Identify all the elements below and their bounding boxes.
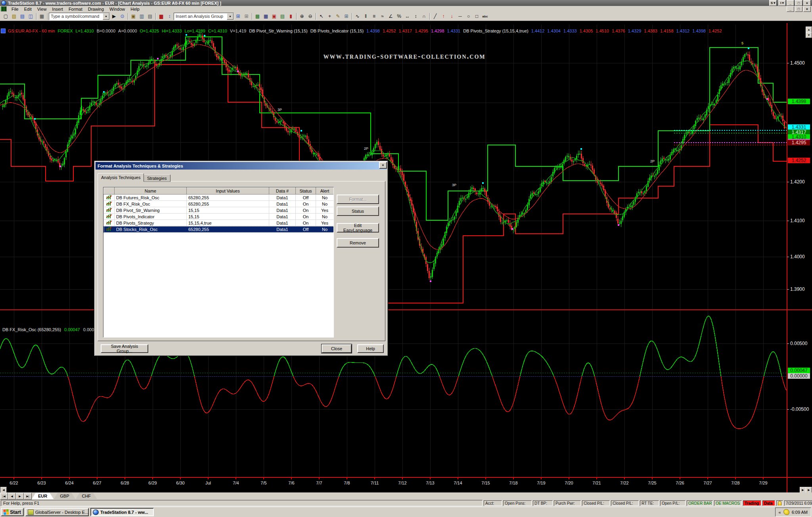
table-row[interactable]: DB Futures_Risk_Osc65280,255Data1OffNo (104, 195, 334, 201)
open-icon[interactable]: ▨ (10, 13, 18, 20)
angle-tool-icon[interactable]: ∠ (387, 13, 395, 20)
hscroll-end-button[interactable]: ▶ (806, 487, 812, 493)
child-close-button[interactable]: × (803, 6, 811, 12)
menu-drawing[interactable]: Drawing (85, 6, 107, 12)
window-report-icon[interactable]: ▣ (129, 13, 138, 20)
go-icon[interactable]: ▶ (110, 13, 118, 20)
chart-window-icon[interactable] (1, 6, 7, 11)
trend-tool-icon[interactable]: ≈ (378, 13, 387, 20)
menu-help[interactable]: Help (128, 6, 142, 12)
sheet-tab-chf[interactable]: CHF (75, 493, 97, 499)
chart-style-icon[interactable]: ▆ (157, 13, 165, 20)
dash-tool-icon[interactable]: ─ (456, 13, 464, 20)
up-arrow-icon[interactable]: ↑ (439, 13, 448, 20)
menu-window[interactable]: Window (107, 6, 128, 12)
ellipse-tool-icon[interactable]: ○ (464, 13, 473, 20)
help-button[interactable]: Help (357, 344, 384, 353)
tray-chevron-icon[interactable]: « (779, 510, 781, 515)
tab-analysis-techniques[interactable]: Analysis Techniques (98, 173, 144, 182)
task-tradestation[interactable]: TradeStation 8.7 - ww... (90, 508, 154, 516)
rect-tool-icon[interactable]: □ (473, 13, 481, 20)
last-sheet-button[interactable]: ▶| (24, 493, 32, 500)
new-icon[interactable]: ▢ (2, 13, 10, 20)
arc-tool-icon[interactable]: ∩ (420, 13, 428, 20)
save-analysis-group-button[interactable]: Save Analysis Group... (101, 344, 148, 353)
news-icon[interactable]: ▤ (278, 13, 287, 20)
analysis-techniques-list[interactable]: NameInput ValuesData #StatusAlertDB Futu… (103, 187, 334, 338)
arrows-tool-icon[interactable]: ↔ (403, 13, 412, 20)
down-arrow-icon[interactable]: ↓ (448, 13, 456, 20)
table-row[interactable]: DB Pivot_Str_Warning15,15Data1OnYes (104, 207, 334, 214)
save-all-icon[interactable]: ◫ (27, 13, 35, 20)
start-button[interactable]: Start (1, 508, 24, 516)
menu-view[interactable]: View (34, 6, 50, 12)
prev-sheet-button[interactable]: ◀ (8, 493, 16, 500)
column-header-blank[interactable] (104, 188, 115, 195)
task-globalserver[interactable]: GlobalServer - Desktop E... (25, 508, 89, 516)
crosshair-icon[interactable]: + (326, 13, 334, 20)
format-button[interactable]: Format... (337, 195, 379, 204)
table-row[interactable]: DB FX_Risk_Osc65280,255Data1OnNo (104, 201, 334, 207)
hscroll-right-button[interactable]: ▶ (800, 487, 806, 493)
hlines-tool-icon[interactable]: ≡ (370, 13, 378, 20)
hot-list-icon[interactable]: ▮ (287, 13, 295, 20)
add-strategy-icon[interactable]: ⊞ (242, 13, 251, 20)
first-sheet-button[interactable]: |◀ (0, 493, 8, 500)
column-header-Status[interactable]: Status (296, 188, 316, 195)
order-entry-icon[interactable]: ▩ (253, 13, 262, 20)
scroll-up-button[interactable]: ▲ (806, 27, 812, 32)
alert-bell-icon[interactable] (776, 500, 783, 506)
tab-strategies[interactable]: Strategies (144, 174, 170, 182)
save-icon[interactable]: ▤ (18, 13, 27, 20)
table-row[interactable]: DB Pivots_Strategy15,15,4,trueData1OnYes (104, 220, 334, 226)
title-i-button[interactable]: I ▾ (778, 0, 786, 6)
wave-tool-icon[interactable]: ∿ (353, 13, 362, 20)
menu-edit[interactable]: Edit (21, 6, 34, 12)
column-header-Name[interactable]: Name (115, 188, 187, 195)
close-button[interactable]: Close (322, 344, 352, 353)
menu-format[interactable]: Format (66, 6, 85, 12)
close-window-button[interactable]: × (803, 0, 811, 6)
tray-icon[interactable] (783, 509, 789, 515)
menu-file[interactable]: File (9, 6, 21, 12)
symbol-command-combo[interactable]: Type a symbol/command▼ (49, 13, 110, 20)
edit-easylanguage-button[interactable]: Edit EasyLanguage (337, 223, 379, 233)
pointer-icon[interactable]: ↖ (317, 13, 326, 20)
add-study-icon[interactable]: ⊞ (234, 13, 242, 20)
fib-tool-icon[interactable]: % (395, 13, 403, 20)
sort-updown-icon[interactable]: ↕ (165, 13, 174, 20)
child-minimize-button[interactable]: _ (787, 6, 794, 12)
status-button[interactable]: Status (337, 206, 379, 216)
window-page-icon[interactable]: ▤ (146, 13, 154, 20)
updown-tool-icon[interactable]: ↕ (412, 13, 420, 20)
insert-window-icon[interactable]: ⊞ (342, 13, 350, 20)
chevron-down-icon[interactable]: ▼ (227, 13, 234, 20)
analysis-group-combo[interactable]: Insert an Analysis Group▼ (174, 13, 234, 20)
minimize-button[interactable]: _ (787, 0, 794, 6)
bars-tool-icon[interactable]: ‖ (362, 13, 370, 20)
print-icon[interactable]: ▦ (38, 13, 46, 20)
table-row[interactable]: DB Stocks_Risk_Osc65280,255Data1OffNo (104, 226, 334, 233)
symbol-lookup-icon[interactable]: ⊙ (118, 13, 126, 20)
radar-screen-icon[interactable]: ▣ (270, 13, 278, 20)
column-header-blank[interactable] (334, 188, 334, 195)
quote-board-icon[interactable]: ▦ (262, 13, 270, 20)
remove-button[interactable]: Remove (337, 238, 379, 248)
sheet-tab-eur[interactable]: EUR (32, 493, 54, 499)
column-header-Alert[interactable]: Alert (316, 188, 334, 195)
dialog-title-bar[interactable]: Format Analysis Techniques & Strategies (96, 162, 387, 170)
status-field-data[interactable]: Data (762, 500, 775, 506)
scroll-down-button[interactable]: ▼ (806, 32, 812, 38)
window-grid-icon[interactable]: ▥ (138, 13, 146, 20)
zoom-out-icon[interactable]: ⊖ (306, 13, 314, 20)
child-restore-button[interactable]: □ (795, 6, 802, 12)
title-s-button[interactable]: S ▾ (769, 0, 777, 6)
table-row[interactable]: DB Pivots_Indicator15,15Data1OnNo (104, 214, 334, 220)
status-field-trading[interactable]: Trading (743, 500, 761, 506)
text-tool-icon[interactable]: abc (481, 13, 489, 20)
column-header-Input Values[interactable]: Input Values (187, 188, 269, 195)
menu-insert[interactable]: Insert (49, 6, 66, 12)
dialog-close-icon[interactable]: × (379, 162, 387, 169)
zoom-in-icon[interactable]: ⊕ (298, 13, 306, 20)
hscroll-left-button[interactable]: ◀ (0, 487, 7, 493)
